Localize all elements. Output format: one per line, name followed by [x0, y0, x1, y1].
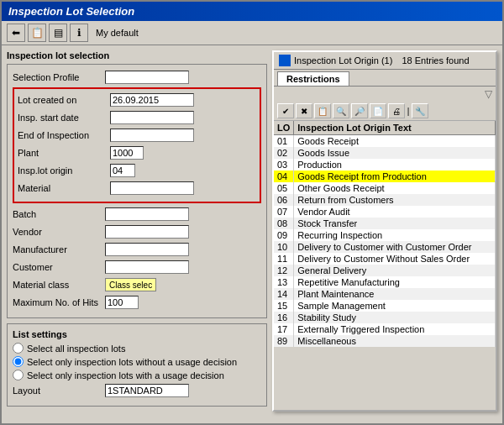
customer-label: Customer [13, 262, 105, 272]
cell-text: Stock Transfer [294, 218, 496, 229]
cell-text: Miscellaneous [294, 335, 496, 347]
main-window: Inspection Lot Selection ⬅ 📋 ▤ ℹ My defa… [0, 0, 504, 425]
table-row[interactable]: 16Stability Study [274, 312, 496, 323]
tab-restrictions[interactable]: Restrictions [277, 71, 349, 86]
table-row[interactable]: 89Miscellaneous [274, 335, 496, 347]
lot-created-row: Lot created on [18, 92, 256, 108]
toolbar-back-btn[interactable]: ⬅ [7, 24, 25, 42]
end-inspection-input[interactable] [110, 129, 194, 142]
popup-zoom-btn[interactable]: 🔎 [351, 103, 368, 118]
layout-label: Layout [13, 386, 105, 396]
popup-separator: | [407, 103, 410, 118]
col-lo-header: LO [274, 121, 294, 135]
table-row[interactable]: 05Other Goods Receipt [274, 182, 496, 194]
filter-row: ▽ [274, 87, 496, 102]
cell-lo: 89 [274, 335, 294, 347]
popup-title-bar: Inspection Lot Origin (1) 18 Entries fou… [274, 52, 496, 70]
table-row[interactable]: 06Return from Customers [274, 194, 496, 206]
cell-lo: 08 [274, 218, 294, 229]
table-row[interactable]: 09Recurring Inspection [274, 229, 496, 241]
end-inspection-row: End of Inspection [18, 128, 256, 143]
max-hits-label: Maximum No. of Hits [13, 297, 105, 307]
cell-text: Vendor Audit [294, 206, 496, 218]
batch-input[interactable] [105, 207, 189, 221]
cell-text: Return from Customers [294, 194, 496, 206]
main-toolbar: ⬅ 📋 ▤ ℹ My default [2, 21, 502, 45]
popup-config-btn[interactable]: 🔧 [412, 103, 428, 118]
max-hits-input[interactable] [105, 296, 139, 309]
material-input[interactable] [110, 181, 194, 195]
table-row[interactable]: 12General Delivery [274, 265, 496, 276]
highlighted-fields: Lot created on Insp. start date End of I… [13, 87, 261, 203]
cell-lo: 17 [274, 323, 294, 335]
max-hits-row: Maximum No. of Hits [13, 295, 261, 310]
table-row[interactable]: 17Externally Triggered Inspection [274, 323, 496, 335]
toolbar-layout-btn[interactable]: ▤ [49, 24, 67, 42]
radio-without-label: Select only inspection lots without a us… [27, 357, 237, 367]
table-row[interactable]: 02Goods Issue [274, 147, 496, 159]
cell-text: Goods Issue [294, 147, 496, 159]
radio-without-usage: Select only inspection lots without a us… [13, 356, 261, 367]
table-row[interactable]: 14Plant Maintenance [274, 288, 496, 300]
table-row[interactable]: 11Delivery to Customer Without Sales Ord… [274, 253, 496, 265]
content-area: Inspection lot selection Selection Profi… [2, 45, 502, 417]
cell-text: Plant Maintenance [294, 288, 496, 300]
selection-profile-input[interactable] [105, 71, 189, 84]
manufacturer-input[interactable] [105, 243, 189, 256]
radio-without-input[interactable] [13, 356, 24, 367]
radio-with-usage: Select only inspection lots with a usage… [13, 370, 261, 380]
table-header-row: LO Inspection Lot Origin Text [274, 121, 496, 135]
manufacturer-row: Manufacturer [13, 242, 261, 257]
popup-check-btn[interactable]: ✔ [277, 103, 294, 118]
popup-doc-btn[interactable]: 📄 [370, 103, 386, 118]
customer-input[interactable] [105, 260, 189, 274]
cell-lo: 09 [274, 229, 294, 241]
popup-title: Inspection Lot Origin (1) [294, 55, 392, 66]
table-row[interactable]: 01Goods Receipt [274, 135, 496, 148]
material-label: Material [18, 183, 110, 193]
popup-print-btn[interactable]: 🖨 [388, 103, 405, 118]
list-settings-section: List settings Select all inspection lots… [7, 323, 267, 407]
table-row[interactable]: 08Stock Transfer [274, 218, 496, 229]
toolbar-copy-btn[interactable]: 📋 [28, 24, 46, 42]
insp-start-row: Insp. start date [18, 110, 256, 125]
table-row[interactable]: 15Sample Management [274, 300, 496, 312]
radio-with-input[interactable] [13, 370, 24, 380]
manufacturer-label: Manufacturer [13, 244, 105, 254]
class-select-btn[interactable]: Class selec [105, 278, 156, 291]
vendor-label: Vendor [13, 227, 105, 237]
vendor-row: Vendor [13, 224, 261, 239]
cell-lo: 15 [274, 300, 294, 312]
vendor-input[interactable] [105, 225, 189, 239]
insp-start-input[interactable] [110, 111, 194, 124]
cell-lo: 11 [274, 253, 294, 265]
popup-search-btn[interactable]: 🔍 [333, 103, 349, 118]
popup-copy-btn[interactable]: 📋 [314, 103, 331, 118]
cell-lo: 07 [274, 206, 294, 218]
lot-created-input[interactable] [110, 93, 194, 107]
tab-bar: Restrictions [274, 70, 496, 87]
batch-row: Batch [13, 207, 261, 222]
popup-cancel-btn[interactable]: ✖ [296, 103, 312, 118]
cell-text: Other Goods Receipt [294, 182, 496, 194]
popup-icon [279, 55, 291, 66]
table-row[interactable]: 07Vendor Audit [274, 206, 496, 218]
table-row[interactable]: 13Repetitive Manufacturing [274, 276, 496, 288]
table-row[interactable]: 03Production [274, 159, 496, 171]
toolbar-info-btn[interactable]: ℹ [70, 24, 88, 42]
plant-label: Plant [18, 148, 110, 158]
cell-text: Stability Study [294, 312, 496, 323]
radio-all-input[interactable] [13, 343, 24, 354]
insp-lot-origin-input[interactable] [110, 164, 135, 177]
window-title-bar: Inspection Lot Selection [2, 2, 502, 21]
layout-input[interactable] [105, 384, 189, 397]
popup-title-left: Inspection Lot Origin (1) 18 Entries fou… [279, 55, 470, 66]
table-row[interactable]: 04Goods Receipt from Production➤ [274, 171, 496, 182]
window-title: Inspection Lot Selection [8, 5, 134, 18]
cell-text: Repetitive Manufacturing [294, 276, 496, 288]
form-section: Selection Profile Lot created on Insp. s… [7, 64, 267, 318]
table-row[interactable]: 10Delivery to Customer with Customer Ord… [274, 241, 496, 253]
cell-lo: 04 [274, 171, 294, 182]
cell-lo: 02 [274, 147, 294, 159]
plant-input[interactable] [110, 146, 144, 160]
